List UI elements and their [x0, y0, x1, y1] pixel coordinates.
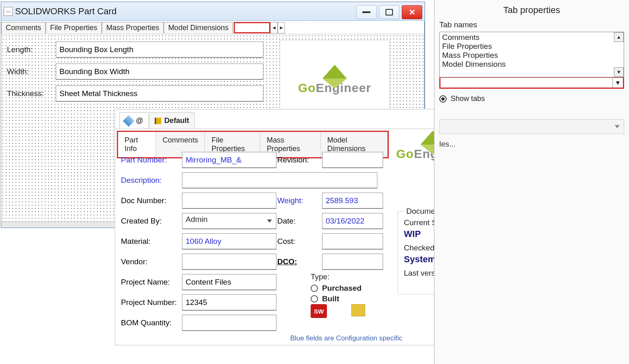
- logo-box: GoEngineer: [280, 40, 390, 120]
- radio-icon: [311, 285, 318, 292]
- panel-title: Tab properties: [439, 5, 624, 15]
- date-input[interactable]: [322, 213, 383, 229]
- bom-input[interactable]: [182, 315, 276, 331]
- doc-number-label: Doc Number:: [121, 196, 182, 205]
- date-label: Date:: [277, 217, 322, 226]
- type-purchased-label: Purchased: [322, 284, 362, 293]
- card-icon: ▭: [4, 7, 13, 16]
- list-item[interactable]: Mass Properties: [442, 51, 621, 60]
- tab-scroll-left[interactable]: ◄: [270, 22, 278, 33]
- thickness-label: Thickness:: [7, 89, 56, 98]
- flag-icon: [155, 118, 161, 124]
- part-icon: [123, 115, 134, 126]
- material-input[interactable]: [182, 233, 276, 250]
- revision-label: Revision:: [277, 156, 322, 164]
- tab-mass-properties[interactable]: Mass Properties: [102, 22, 164, 33]
- tab-scroll-right[interactable]: ►: [278, 22, 285, 33]
- config-tab-at[interactable]: @: [119, 112, 149, 129]
- type-purchased-option[interactable]: Purchased: [311, 284, 362, 293]
- at-icon: @: [136, 116, 143, 125]
- dropdown-icon[interactable]: ▾: [612, 78, 623, 88]
- new-tab-highlight[interactable]: [234, 22, 270, 33]
- config-tab-default[interactable]: Default: [149, 112, 195, 129]
- list-item[interactable]: Model Dimensions: [442, 60, 621, 69]
- description-label: Description:: [121, 176, 182, 185]
- project-name-label: Project Name:: [121, 278, 182, 287]
- revision-input[interactable]: [322, 152, 383, 168]
- type-built-label: Built: [322, 294, 339, 303]
- close-button[interactable]: ✕: [402, 5, 422, 19]
- bom-label: BOM Quantity:: [121, 318, 182, 327]
- maximize-button[interactable]: [379, 5, 399, 19]
- project-number-input[interactable]: [182, 294, 276, 311]
- bricks-icon: [351, 304, 365, 316]
- right-column: Revision: Weight: Date: Cost: DCO:: [277, 152, 383, 274]
- created-by-select[interactable]: Admin: [182, 213, 276, 229]
- material-label: Material:: [121, 237, 182, 246]
- tab-names-listbox[interactable]: ▲ Comments File Properties Mass Properti…: [439, 32, 624, 77]
- type-built-option[interactable]: Built: [311, 294, 362, 303]
- dco-input[interactable]: [322, 254, 383, 270]
- cost-input[interactable]: [322, 233, 383, 250]
- project-number-label: Project Number:: [121, 298, 182, 307]
- project-name-input[interactable]: [182, 274, 276, 290]
- list-scroll-up[interactable]: ▲: [614, 32, 624, 42]
- show-tabs-option[interactable]: Show tabs: [439, 94, 624, 103]
- list-item[interactable]: Comments: [442, 33, 621, 42]
- show-tabs-label: Show tabs: [451, 94, 485, 103]
- vendor-label: Vendor:: [121, 257, 182, 266]
- solidworks-icon: SW: [311, 304, 327, 318]
- list-item[interactable]: File Properties: [442, 42, 621, 51]
- new-tab-name-input[interactable]: [441, 78, 612, 88]
- doc-number-input[interactable]: [182, 193, 276, 209]
- radio-icon: [311, 295, 318, 303]
- list-scroll-down[interactable]: ▼: [614, 67, 624, 77]
- radio-icon: [439, 95, 447, 103]
- weight-label: Weight:: [277, 196, 322, 205]
- tabstrip: Comments File Properties Mass Properties…: [1, 21, 424, 34]
- weight-input[interactable]: [322, 193, 383, 209]
- tab-properties-panel: Tab properties Tab names ▲ Comments File…: [434, 0, 629, 364]
- cost-label: Cost:: [277, 237, 322, 246]
- card-fields: Length: Width: Thickness:: [7, 42, 263, 107]
- width-label: Width:: [7, 67, 56, 76]
- tab-comments[interactable]: Comments: [1, 22, 46, 33]
- config-note: Blue fields are Configuration specific: [290, 334, 402, 342]
- truncated-text: les...: [439, 140, 624, 149]
- window-title: SOLIDWORKS Part Card: [15, 6, 116, 17]
- length-input[interactable]: [56, 42, 263, 58]
- tab-names-label: Tab names: [439, 20, 624, 29]
- variables-dropdown[interactable]: [439, 119, 624, 134]
- type-block: Type: Purchased Built: [311, 272, 362, 305]
- part-number-input[interactable]: [182, 152, 276, 168]
- length-label: Length:: [7, 45, 56, 54]
- vendor-input[interactable]: [182, 254, 276, 270]
- minimize-button[interactable]: [356, 5, 377, 19]
- tab-file-properties[interactable]: File Properties: [46, 22, 102, 33]
- created-by-label: Created By:: [121, 217, 182, 226]
- created-by-value: Admin: [186, 215, 208, 224]
- config-default-label: Default: [164, 116, 189, 125]
- type-label: Type:: [311, 272, 362, 281]
- titlebar: ▭ SOLIDWORKS Part Card ✕: [1, 2, 425, 21]
- width-input[interactable]: [56, 64, 263, 80]
- logo-cube-icon: [322, 65, 347, 79]
- dco-label: DCO:: [277, 257, 322, 266]
- tab-model-dimensions[interactable]: Model Dimensions: [164, 22, 233, 33]
- new-tab-name-highlight[interactable]: ▾: [439, 77, 624, 89]
- thickness-input[interactable]: [56, 86, 263, 102]
- part-number-label: Part Number:: [121, 156, 182, 164]
